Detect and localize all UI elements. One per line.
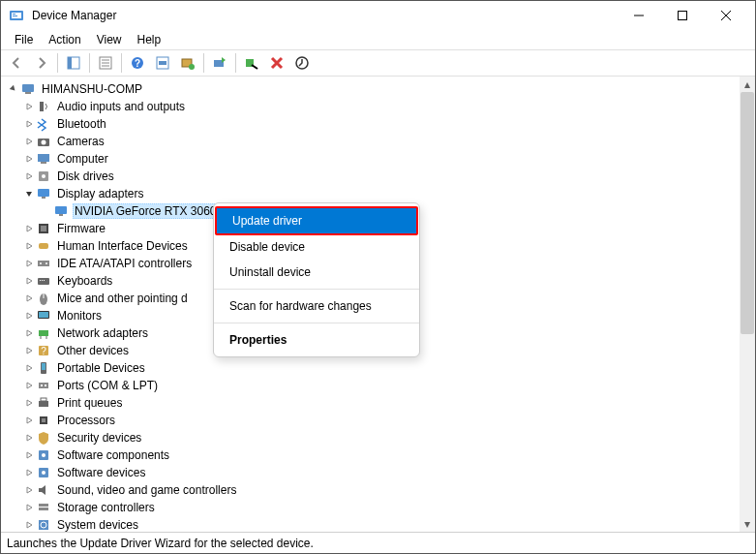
more-actions-button[interactable] [290, 51, 314, 75]
ctx-uninstall-device[interactable]: Uninstall device [214, 260, 419, 285]
svg-rect-45 [44, 280, 45, 281]
svg-point-65 [42, 453, 45, 457]
expander-icon[interactable] [22, 483, 36, 497]
tree-category[interactable]: System devices [3, 516, 753, 532]
tree-root[interactable]: HIMANSHU-COMP [3, 80, 753, 98]
tree-category[interactable]: Print queues [3, 394, 753, 412]
expander-icon[interactable] [22, 379, 36, 392]
firmware-icon [36, 221, 51, 236]
tree-category[interactable]: Audio inputs and outputs [3, 98, 753, 115]
scroll-up-arrow[interactable]: ▴ [740, 77, 755, 92]
tree-category-label: Software components [55, 447, 171, 463]
tree-category-label: System devices [55, 517, 140, 532]
tree-category[interactable]: Ports (COM & LPT) [3, 377, 753, 394]
tree-category-label: Network adapters [55, 325, 150, 341]
tree-category[interactable]: Disk drives [3, 168, 753, 185]
svg-rect-32 [38, 189, 49, 197]
help-button[interactable]: ? [126, 51, 149, 75]
tree-category-label: Audio inputs and outputs [55, 99, 187, 114]
tree-category-label: Display adapters [55, 186, 145, 201]
expander-icon[interactable] [22, 448, 36, 462]
expander-icon[interactable] [22, 414, 36, 427]
ctx-update-driver[interactable]: Update driver [215, 206, 418, 235]
svg-rect-56 [42, 363, 45, 370]
expander-icon[interactable] [22, 396, 36, 410]
storage-icon [36, 500, 51, 515]
tree-category[interactable]: Portable Devices [3, 359, 753, 377]
ctx-scan-hardware[interactable]: Scan for hardware changes [214, 293, 419, 319]
svg-rect-42 [38, 278, 49, 285]
expander-icon[interactable] [22, 117, 36, 131]
svg-rect-50 [39, 330, 48, 336]
expander-icon[interactable] [22, 135, 36, 148]
disable-device-button[interactable] [240, 51, 263, 75]
maximize-button[interactable] [660, 2, 704, 29]
menu-file[interactable]: File [7, 31, 41, 48]
close-button[interactable] [704, 2, 747, 29]
expander-icon[interactable] [22, 501, 36, 514]
tree-category-label: Software devices [55, 465, 147, 480]
expander-icon[interactable] [22, 274, 36, 288]
expander-icon[interactable] [22, 169, 36, 183]
expander-icon[interactable] [22, 292, 36, 305]
menu-view[interactable]: View [89, 31, 130, 48]
software-icon [36, 447, 51, 463]
tree-category[interactable]: Cameras [3, 133, 753, 150]
tree-category[interactable]: Bluetooth [3, 115, 753, 133]
expander-icon[interactable] [22, 361, 36, 375]
expander-icon[interactable] [22, 309, 36, 323]
action-icon-button[interactable] [151, 51, 174, 75]
scroll-thumb[interactable] [741, 92, 754, 334]
tree-category[interactable]: Display adapters [3, 185, 753, 202]
svg-rect-24 [25, 92, 31, 94]
forward-button[interactable] [30, 51, 53, 75]
tree-category[interactable]: Software devices [3, 464, 753, 481]
scan-hardware-button[interactable] [176, 51, 199, 75]
monitor-icon [36, 308, 51, 323]
svg-rect-60 [39, 401, 48, 407]
uninstall-device-button[interactable] [265, 51, 288, 75]
scroll-down-arrow[interactable]: ▾ [740, 516, 755, 532]
tree-category-label: Storage controllers [55, 500, 157, 515]
expander-icon[interactable] [22, 187, 36, 200]
expander-icon[interactable] [22, 239, 36, 253]
tree-category[interactable]: Security devices [3, 429, 753, 446]
svg-point-19 [189, 64, 195, 70]
statusbar-text: Launches the Update Driver Wizard for th… [7, 537, 314, 550]
expander-icon[interactable] [22, 326, 36, 340]
show-hide-tree-button[interactable] [62, 51, 85, 75]
svg-rect-39 [38, 261, 49, 266]
tree-category-label: Other devices [55, 343, 131, 358]
expander-icon[interactable] [22, 100, 36, 113]
svg-rect-29 [41, 162, 46, 164]
context-menu: Update driver Disable device Uninstall d… [213, 202, 420, 357]
expander-icon[interactable] [22, 466, 36, 479]
tree-category[interactable]: Software components [3, 446, 753, 464]
menu-help[interactable]: Help [130, 31, 169, 48]
tree-category[interactable]: Storage controllers [3, 499, 753, 516]
svg-rect-5 [678, 12, 686, 20]
tree-category[interactable]: Processors [3, 412, 753, 429]
expander-icon[interactable] [22, 344, 36, 357]
vertical-scrollbar[interactable]: ▴ ▾ [740, 77, 755, 532]
computer-icon [36, 151, 51, 167]
tree-category[interactable]: Sound, video and game controllers [3, 481, 753, 499]
minimize-button[interactable] [617, 2, 660, 29]
expander-icon[interactable] [7, 82, 20, 96]
tree-category[interactable]: Computer [3, 150, 753, 168]
expander-icon[interactable] [22, 431, 36, 445]
expander-icon[interactable] [22, 518, 36, 532]
expander-icon[interactable] [22, 257, 36, 270]
expander-icon[interactable] [22, 152, 36, 166]
expander-spacer [40, 204, 53, 218]
ctx-disable-device[interactable]: Disable device [214, 234, 419, 260]
menu-action[interactable]: Action [41, 31, 88, 48]
tree-category-label: Cameras [55, 134, 106, 149]
ctx-properties[interactable]: Properties [214, 327, 419, 353]
expander-icon[interactable] [22, 222, 36, 235]
back-button[interactable] [5, 51, 28, 75]
device-tree[interactable]: ▴ ▾ HIMANSHU-COMP Audio inputs and outpu… [1, 77, 755, 532]
update-driver-button[interactable] [208, 51, 231, 75]
svg-point-27 [42, 140, 46, 145]
properties-button[interactable] [94, 51, 117, 75]
